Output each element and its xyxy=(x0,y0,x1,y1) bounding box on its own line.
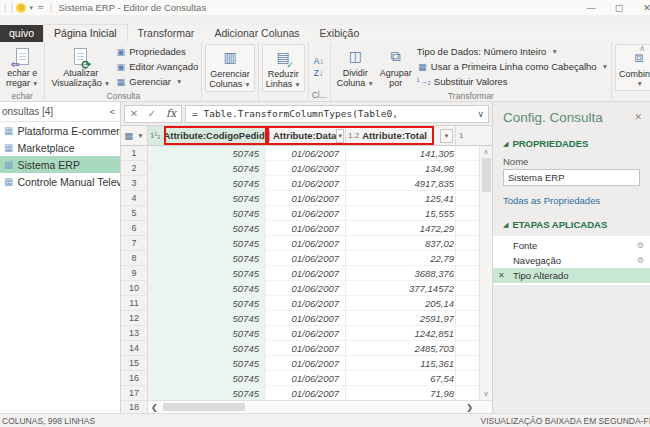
queries-pane-collapse-icon[interactable]: < xyxy=(110,107,115,117)
query-list-item[interactable]: Marketplace xyxy=(0,139,120,156)
cell-codigopedido[interactable]: 50745 xyxy=(148,266,266,281)
cell-total[interactable]: 1242,851 xyxy=(346,326,456,341)
column-filter-dropdown-icon[interactable]: ▼ xyxy=(336,129,344,143)
qat-dropdown-icon[interactable]: ▼ xyxy=(28,5,34,11)
maximize-button[interactable]: ▢ xyxy=(613,3,625,13)
applied-steps-section-header[interactable]: ◢ ETAPAS APLICADAS xyxy=(503,219,640,230)
cell-total[interactable]: 134,98 xyxy=(346,161,456,176)
ribbon-tab[interactable]: Página Inicial xyxy=(43,24,127,42)
scroll-left-icon[interactable]: ❮ xyxy=(151,403,158,412)
cell-data[interactable]: 01/06/2007 xyxy=(266,266,346,281)
cell-total[interactable]: 837,02 xyxy=(346,236,456,251)
cell-data[interactable]: 01/06/2007 xyxy=(266,221,346,236)
cell-total[interactable]: 125,41 xyxy=(346,191,456,206)
cell-total[interactable]: 2485,703 xyxy=(346,341,456,356)
cell-data[interactable]: 01/06/2007 xyxy=(266,341,346,356)
ribbon-tab[interactable]: Exibição xyxy=(310,25,370,42)
cell-codigopedido[interactable]: 50745 xyxy=(148,221,266,236)
vertical-scroll-thumb[interactable] xyxy=(482,158,491,192)
cell-data[interactable]: 01/06/2007 xyxy=(266,161,346,176)
cell-codigopedido[interactable]: 50745 xyxy=(148,251,266,266)
reduce-rows-button[interactable]: ▤✓ Reduzir Linhas▼ xyxy=(262,44,305,92)
date-type-icon[interactable] xyxy=(268,131,270,141)
settings-close-icon[interactable] xyxy=(634,112,642,122)
cell-data[interactable]: 01/06/2007 xyxy=(266,176,346,191)
delete-step-icon[interactable] xyxy=(498,271,505,280)
cell-data[interactable]: 01/06/2007 xyxy=(266,236,346,251)
applied-step-item[interactable]: Navegação ⚙ xyxy=(493,253,650,268)
cell-codigopedido[interactable]: 50745 xyxy=(148,176,266,191)
properties-section-header[interactable]: ◢ PROPRIEDADES xyxy=(503,138,640,149)
group-by-button[interactable]: ⧉ Agrupar por xyxy=(377,44,415,89)
cell-codigopedido[interactable]: 50745 xyxy=(148,281,266,296)
close-button[interactable]: ✕ xyxy=(641,3,650,13)
cell-codigopedido[interactable]: 50745 xyxy=(148,296,266,311)
cell-total[interactable]: 115,361 xyxy=(346,356,456,371)
cell-total[interactable]: 377,14572 xyxy=(346,281,456,296)
smiley-app-icon[interactable]: ☺ xyxy=(16,3,26,13)
scroll-up-icon[interactable]: ∧ xyxy=(483,148,488,156)
query-list-item[interactable]: Sistema ERP xyxy=(0,156,120,173)
cell-total[interactable]: 71,98 xyxy=(346,386,456,400)
refresh-preview-button[interactable]: ⟳ Atualizar Visualização▼ xyxy=(48,44,113,90)
cell-data[interactable]: 01/06/2007 xyxy=(266,206,346,221)
ribbon-tab[interactable]: Transformar xyxy=(128,25,205,42)
manage-button[interactable]: Gerenciar▼ xyxy=(115,74,198,89)
cell-data[interactable]: 01/06/2007 xyxy=(266,356,346,371)
cell-total[interactable]: 67,54 xyxy=(346,371,456,386)
replace-values-button[interactable]: ¹→₂ Substituir Valores xyxy=(417,74,608,89)
close-and-load-button[interactable]: ⇐ echar e rregar▼ xyxy=(3,44,41,90)
properties-button[interactable]: Propriedades xyxy=(115,44,198,59)
data-type-button[interactable]: Tipo de Dados: Número Inteiro▼ xyxy=(417,44,608,59)
formula-accept-icon[interactable] xyxy=(148,108,156,119)
cell-data[interactable]: 01/06/2007 xyxy=(266,251,346,266)
formula-input[interactable]: = Table.TransformColumnTypes(Table0, ∨ xyxy=(185,105,489,123)
formula-expand-chevron-icon[interactable]: ∨ xyxy=(477,109,484,119)
query-name-input[interactable]: Sistema ERP xyxy=(503,169,640,186)
cell-codigopedido[interactable]: 50745 xyxy=(148,371,266,386)
cell-codigopedido[interactable]: 50745 xyxy=(148,386,266,400)
cell-codigopedido[interactable]: 50745 xyxy=(148,191,266,206)
cell-data[interactable]: 01/06/2007 xyxy=(266,191,346,206)
split-column-button[interactable]: ◫ Dividir Coluna▼ xyxy=(334,44,377,90)
cell-data[interactable]: 01/06/2007 xyxy=(266,296,346,311)
applied-step-item[interactable]: Tipo Alterado ⚙ xyxy=(493,268,650,283)
scroll-down-icon[interactable]: ∨ xyxy=(483,390,488,398)
query-list-item[interactable]: Plataforma E-commerce xyxy=(0,122,120,139)
whole-number-type-icon[interactable]: 1²₃ xyxy=(150,131,160,140)
cell-data[interactable]: 01/06/2007 xyxy=(266,386,346,400)
use-first-row-as-headers-button[interactable]: Usar a Primeira Linha como Cabeçalho▼ xyxy=(417,59,608,74)
cell-data[interactable]: 01/06/2007 xyxy=(266,146,346,161)
cell-codigopedido[interactable]: 50745 xyxy=(148,236,266,251)
formula-cancel-icon[interactable] xyxy=(130,108,138,119)
cell-codigopedido[interactable]: 50745 xyxy=(148,356,266,371)
step-settings-gear-icon[interactable]: ⚙ xyxy=(637,241,644,250)
scroll-right-icon[interactable]: ❯ xyxy=(466,403,473,412)
cell-codigopedido[interactable]: 50745 xyxy=(148,146,266,161)
column-header-codigopedido[interactable]: 1²₃ Attribute:CodigoPedido ▼ xyxy=(148,126,266,145)
column-filter-dropdown-icon[interactable]: ▼ xyxy=(440,129,453,143)
cell-codigopedido[interactable]: 50745 xyxy=(148,341,266,356)
cell-data[interactable]: 01/06/2007 xyxy=(266,281,346,296)
sort-descending-button[interactable]: Z↓ xyxy=(314,69,323,78)
cell-codigopedido[interactable]: 50745 xyxy=(148,206,266,221)
cell-total[interactable]: 205,14 xyxy=(346,296,456,311)
ribbon-tab[interactable]: Adicionar Colunas xyxy=(204,25,309,42)
cell-codigopedido[interactable]: 50745 xyxy=(148,161,266,176)
cell-data[interactable]: 01/06/2007 xyxy=(266,371,346,386)
vertical-scrollbar[interactable]: ∧ ∨ xyxy=(479,146,492,400)
cell-codigopedido[interactable]: 50745 xyxy=(148,311,266,326)
cell-total[interactable]: 3688,376 xyxy=(346,266,456,281)
grid-corner-menu[interactable]: ▼ xyxy=(121,126,148,145)
manage-columns-button[interactable]: ▥ Gerenciar Colunas▼ xyxy=(205,44,254,92)
advanced-editor-button[interactable]: Editor Avançado xyxy=(115,59,198,74)
cell-total[interactable]: 22,79 xyxy=(346,251,456,266)
minimize-button[interactable]: — xyxy=(585,3,597,13)
horizontal-scrollbar[interactable]: ❮ ❯ xyxy=(148,401,492,413)
cell-data[interactable]: 01/06/2007 xyxy=(266,326,346,341)
decimal-type-icon[interactable]: 1.2 xyxy=(348,131,359,140)
cell-total[interactable]: 15,555 xyxy=(346,206,456,221)
cell-total[interactable]: 141,305 xyxy=(346,146,456,161)
applied-step-item[interactable]: Fonte ⚙ xyxy=(493,238,650,253)
cell-total[interactable]: 2591,97 xyxy=(346,311,456,326)
